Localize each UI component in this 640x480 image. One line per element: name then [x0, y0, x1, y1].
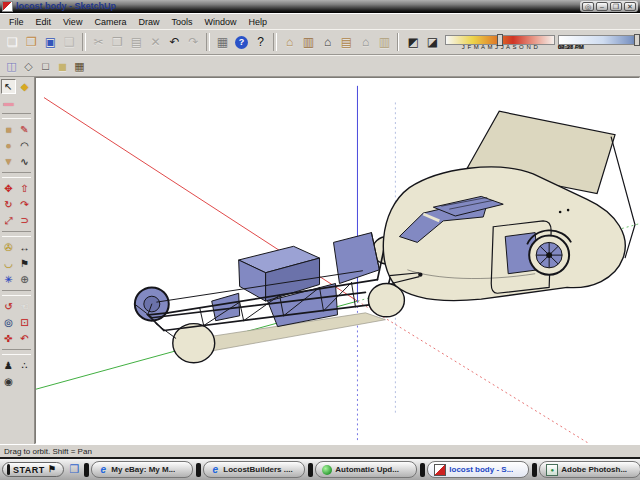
arc-tool[interactable]: ◠ — [17, 138, 32, 153]
window-minimize-button[interactable]: – — [596, 2, 608, 11]
shaded-button[interactable]: ◼ — [54, 58, 71, 75]
copy-button[interactable]: ❒ — [108, 33, 127, 52]
menu-tools[interactable]: Tools — [165, 15, 198, 29]
shadow-date-slider[interactable]: J F M A M J J A S O N D — [445, 34, 555, 51]
open-button[interactable]: ❐ — [22, 33, 41, 52]
freehand-tool[interactable]: ∿ — [17, 154, 32, 169]
erase-icon: ✕ — [150, 36, 160, 48]
hidden-line-button[interactable]: □ — [37, 58, 54, 75]
shaded-textures-button[interactable]: ▦ — [71, 58, 88, 75]
look-around-tool[interactable]: ◉ — [1, 374, 16, 389]
eraser-tool[interactable]: ▬ — [1, 95, 16, 110]
axes-tool[interactable]: ✳ — [1, 272, 16, 287]
task-my-ebay[interactable]: My eBay: My M... — [84, 461, 193, 478]
task-automatic-update[interactable]: Automatic Upd... — [308, 461, 417, 478]
redo-button[interactable]: ↷ — [184, 33, 203, 52]
view-left-button[interactable]: ▥ — [375, 33, 394, 52]
zoom-extents-tool[interactable]: ✜ — [1, 331, 16, 346]
position-camera-tool[interactable]: ♟ — [1, 358, 16, 373]
view-back-button[interactable]: ⌂ — [356, 33, 375, 52]
view-iso-icon: ⌂ — [286, 36, 293, 48]
menu-edit[interactable]: Edit — [30, 15, 58, 29]
red-axis-dashed — [357, 301, 588, 443]
task-locost-body[interactable]: locost body - S... — [420, 461, 529, 478]
shadow-toggle-button[interactable]: ◪ — [423, 33, 442, 52]
menu-help[interactable]: Help — [242, 15, 273, 29]
help-button[interactable]: ? — [251, 33, 270, 52]
text-tool[interactable]: ⚑ — [17, 256, 32, 271]
shadow-toolbar: ◩◪ J F M A M J J A S O N D 04:37 AM Noon… — [404, 33, 640, 52]
separator — [2, 349, 31, 355]
move-tool[interactable]: ✥ — [1, 181, 16, 196]
zoom-window-tool[interactable]: ⊡ — [17, 315, 32, 330]
shadow-time-slider[interactable]: 04:37 AM Noon 07:28 PM — [558, 34, 640, 51]
wireframe-button[interactable]: ◇ — [20, 58, 37, 75]
task-locostbuilders[interactable]: LocostBuilders .... — [196, 461, 305, 478]
zoom-previous-tool[interactable]: ↶ — [17, 331, 32, 346]
quick-launch-icon[interactable]: ❒ — [69, 463, 79, 476]
modeling-viewport[interactable] — [35, 77, 640, 444]
shaded-icon: ◼ — [58, 60, 67, 72]
pan-tool[interactable]: ☜ — [17, 299, 32, 314]
xray-button[interactable]: ◫ — [3, 58, 20, 75]
task-pill[interactable]: Automatic Upd... — [315, 461, 417, 478]
update-globe-icon — [322, 465, 332, 475]
task-adobe-photoshop[interactable]: Adobe Photosh... — [532, 461, 640, 478]
titlebar: locost body - SketchUp ◎–❐✕ — [0, 0, 640, 13]
push-pull-icon: ⇧ — [20, 184, 28, 194]
task-pill[interactable]: locost body - S... — [427, 461, 529, 478]
cut-button[interactable]: ✂ — [89, 33, 108, 52]
window-close-button[interactable]: ✕ — [624, 2, 636, 11]
task-separator — [420, 463, 425, 477]
polygon-tool[interactable]: ▼ — [1, 154, 16, 169]
view-top-button[interactable]: ▤ — [337, 33, 356, 52]
window-options-button[interactable]: ◎ — [582, 2, 594, 11]
menu-draw[interactable]: Draw — [132, 15, 165, 29]
select-tool[interactable]: ↖ — [1, 79, 16, 94]
section-plane-tool[interactable]: ⊕ — [17, 272, 32, 287]
print-button[interactable]: ▦ — [213, 33, 232, 52]
shadow-buttons: ◩◪ — [404, 33, 442, 52]
erase-button[interactable]: ✕ — [146, 33, 165, 52]
tape-measure-tool[interactable]: ✇ — [1, 240, 16, 255]
dimension-tool[interactable]: ↔ — [17, 240, 32, 255]
push-pull-tool[interactable]: ⇧ — [17, 181, 32, 196]
task-label: My eBay: My M... — [111, 465, 175, 474]
offset-tool[interactable]: ⊃ — [17, 213, 32, 228]
tool-palette: ↖◆▬■✎●◠▼∿✥⇧↻↷⤢⊃✇↔◡⚑✳⊕↺☜◎⊡✜↶♟∴◉ — [0, 77, 35, 444]
paint-bucket-tool[interactable]: ◆ — [17, 79, 32, 94]
print-preview-button[interactable]: ❑ — [60, 33, 79, 52]
task-pill[interactable]: Adobe Photosh... — [539, 461, 640, 478]
start-grip — [7, 464, 10, 475]
start-button[interactable]: START ⚑ — [2, 462, 64, 477]
taskbar: START ⚑ ❒ My eBay: My M... LocostBuilder… — [0, 457, 640, 480]
save-button[interactable]: ▣ — [41, 33, 60, 52]
circle-tool[interactable]: ● — [1, 138, 16, 153]
shadow-settings-button[interactable]: ◩ — [404, 33, 423, 52]
cut-icon: ✂ — [93, 36, 103, 48]
view-front-button[interactable]: ⌂ — [318, 33, 337, 52]
paste-button[interactable]: ▤ — [127, 33, 146, 52]
menu-camera[interactable]: Camera — [88, 15, 132, 29]
task-pill[interactable]: LocostBuilders .... — [203, 461, 305, 478]
menu-view[interactable]: View — [57, 15, 88, 29]
rectangle-tool[interactable]: ■ — [1, 122, 16, 137]
menu-window[interactable]: Window — [198, 15, 242, 29]
orbit-tool[interactable]: ↺ — [1, 299, 16, 314]
menu-file[interactable]: File — [3, 15, 30, 29]
window-restore-button[interactable]: ❐ — [610, 2, 622, 11]
view-right-button[interactable]: ▥ — [299, 33, 318, 52]
rotate-tool[interactable]: ↻ — [1, 197, 16, 212]
instructor-button[interactable]: ? — [232, 33, 251, 52]
undo-button[interactable]: ↶ — [165, 33, 184, 52]
line-tool[interactable]: ✎ — [17, 122, 32, 137]
new-button[interactable]: ❏ — [3, 33, 22, 52]
shadow-toggle-icon: ◪ — [427, 36, 438, 48]
scale-tool[interactable]: ⤢ — [1, 213, 16, 228]
walk-tool[interactable]: ∴ — [17, 358, 32, 373]
protractor-tool[interactable]: ◡ — [1, 256, 16, 271]
task-pill[interactable]: My eBay: My M... — [91, 461, 193, 478]
follow-me-tool[interactable]: ↷ — [17, 197, 32, 212]
zoom-tool[interactable]: ◎ — [1, 315, 16, 330]
view-iso-button[interactable]: ⌂ — [280, 33, 299, 52]
